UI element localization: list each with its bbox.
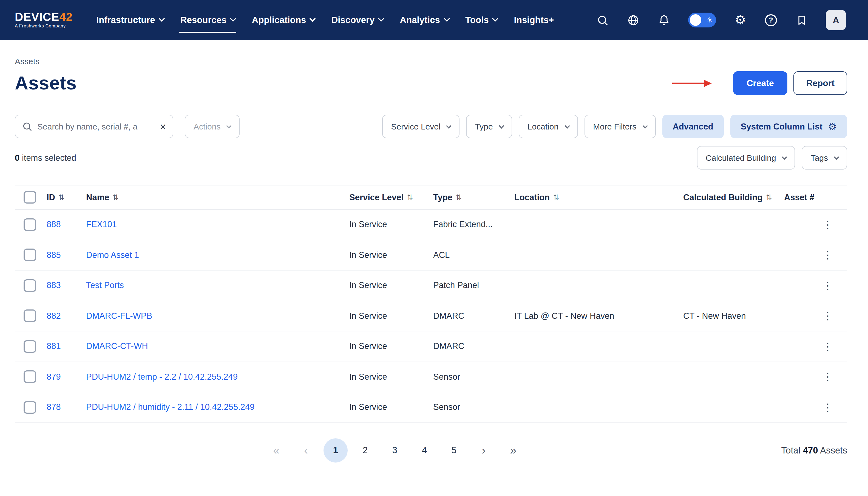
page-button-3[interactable]: 3 (383, 438, 407, 462)
row-name-link[interactable]: DMARC-FL-WPB (86, 311, 152, 321)
chevron-down-icon (226, 123, 232, 128)
previous-page-button[interactable]: ‹ (294, 438, 318, 462)
column-header-location[interactable]: Location ⇅ (514, 192, 683, 202)
nav-item-analytics[interactable]: Analytics (391, 0, 457, 40)
advanced-button[interactable]: Advanced (662, 115, 724, 138)
row-name-link[interactable]: Test Ports (86, 281, 124, 290)
row-kebab-menu-icon[interactable]: ⋮ (820, 401, 835, 414)
row-checkbox[interactable] (23, 340, 36, 353)
row-id-link[interactable]: 879 (47, 372, 61, 381)
column-header-type[interactable]: Type ⇅ (433, 192, 514, 202)
row-kebab-menu-icon[interactable]: ⋮ (820, 279, 835, 292)
row-id-link[interactable]: 882 (47, 311, 61, 321)
search-icon[interactable] (596, 13, 609, 27)
row-id-link[interactable]: 888 (47, 220, 61, 229)
nav-item-label: Tools (465, 15, 489, 25)
nav-item-discovery[interactable]: Discovery (323, 0, 391, 40)
sort-icon[interactable]: ⇅ (407, 193, 413, 201)
select-all-checkbox[interactable] (23, 191, 36, 204)
row-id-link[interactable]: 881 (47, 342, 61, 351)
sort-icon[interactable]: ⇅ (456, 193, 462, 201)
filter-dropdown-tags[interactable]: Tags (802, 146, 847, 170)
nav-item-resources[interactable]: Resources (172, 0, 244, 40)
dropdown-label: Type (475, 122, 493, 131)
breadcrumb[interactable]: Assets (15, 57, 847, 66)
row-checkbox[interactable] (23, 218, 36, 231)
filter-dropdown-more-filters[interactable]: More Filters (584, 115, 656, 138)
nav-item-applications[interactable]: Applications (243, 0, 323, 40)
row-kebab-menu-icon[interactable]: ⋮ (820, 218, 835, 231)
device42-logo[interactable]: DEVICE42 A Freshworks Company (15, 11, 73, 29)
page-button-1[interactable]: 1 (323, 438, 348, 462)
first-page-button[interactable]: « (264, 438, 288, 462)
chevron-down-icon (499, 123, 504, 128)
search-input[interactable] (37, 122, 155, 131)
settings-gear-icon[interactable]: ⚙ (734, 13, 747, 27)
row-checkbox[interactable] (23, 249, 36, 261)
row-name-link[interactable]: PDU-HUM2 / humidity - 2.11 / 10.42.255.2… (86, 402, 255, 412)
chevron-down-icon (159, 16, 165, 22)
chevron-down-icon (230, 16, 236, 22)
dropdown-label: More Filters (593, 122, 636, 131)
table-row: 883 Test Ports In Service Patch Panel ⋮ (15, 270, 847, 301)
actions-dropdown[interactable]: Actions (185, 115, 240, 138)
row-checkbox[interactable] (23, 279, 36, 292)
column-header-calculated-building[interactable]: Calculated Building ⇅ (683, 192, 784, 202)
row-id-link[interactable]: 883 (47, 281, 61, 290)
row-kebab-menu-icon[interactable]: ⋮ (820, 310, 835, 322)
filter-dropdown-calculated-building[interactable]: Calculated Building (697, 146, 795, 170)
bookmark-icon[interactable] (795, 13, 808, 27)
last-page-button[interactable]: » (501, 438, 525, 462)
column-label: Name (86, 192, 109, 202)
sort-icon[interactable]: ⇅ (59, 193, 64, 201)
dropdown-label: Service Level (391, 122, 440, 131)
help-icon[interactable]: ? (765, 13, 777, 27)
clear-search-icon[interactable]: × (160, 121, 166, 132)
notifications-bell-icon[interactable] (657, 13, 671, 27)
system-column-list-button[interactable]: System Column List ⚙ (730, 115, 847, 138)
sort-icon[interactable]: ⇅ (766, 193, 772, 201)
search-box[interactable]: × (15, 115, 173, 138)
page-button-2[interactable]: 2 (353, 438, 377, 462)
dropdown-label: Location (528, 122, 559, 131)
column-header-name[interactable]: Name ⇅ (86, 192, 349, 202)
nav-item-infrastructure[interactable]: Infrastructure (88, 0, 172, 40)
report-button[interactable]: Report (794, 71, 847, 95)
row-kebab-menu-icon[interactable]: ⋮ (820, 371, 835, 383)
sort-icon[interactable]: ⇅ (112, 193, 118, 201)
filter-dropdown-location[interactable]: Location (519, 115, 578, 138)
page-button-4[interactable]: 4 (412, 438, 436, 462)
column-header-asset[interactable]: Asset # (784, 192, 820, 202)
row-name-link[interactable]: Demo Asset 1 (86, 250, 139, 260)
nav-item-label: Analytics (400, 15, 440, 25)
row-name-link[interactable]: DMARC-CT-WH (86, 342, 148, 351)
chevron-down-icon (309, 16, 316, 22)
filter-dropdown-service-level[interactable]: Service Level (383, 115, 460, 138)
row-type: DMARC (433, 342, 514, 352)
row-kebab-menu-icon[interactable]: ⋮ (820, 340, 835, 353)
next-page-button[interactable]: › (471, 438, 496, 462)
row-checkbox[interactable] (23, 310, 36, 322)
row-checkbox-cell (15, 401, 47, 414)
globe-icon[interactable] (627, 13, 640, 27)
nav-item-tools[interactable]: Tools (457, 0, 506, 40)
row-checkbox[interactable] (23, 371, 36, 383)
row-kebab-menu-icon[interactable]: ⋮ (820, 249, 835, 261)
create-button[interactable]: Create (733, 71, 788, 95)
user-avatar[interactable]: A (826, 10, 846, 30)
column-header-id[interactable]: ID ⇅ (47, 192, 86, 202)
row-name-link[interactable]: FEX101 (86, 220, 117, 229)
row-id-link[interactable]: 878 (47, 402, 61, 412)
sort-icon[interactable]: ⇅ (553, 193, 559, 201)
page-button-5[interactable]: 5 (442, 438, 466, 462)
row-id-link[interactable]: 885 (47, 250, 61, 260)
nav-item-insights[interactable]: Insights+ (506, 0, 562, 40)
theme-toggle[interactable]: ☀ (688, 13, 716, 28)
column-header-service-level[interactable]: Service Level ⇅ (349, 192, 433, 202)
row-name-link[interactable]: PDU-HUM2 / temp - 2.2 / 10.42.255.249 (86, 372, 238, 381)
filter-dropdown-type[interactable]: Type (466, 115, 512, 138)
row-checkbox-cell (15, 371, 47, 383)
row-checkbox[interactable] (23, 401, 36, 414)
row-type: DMARC (433, 311, 514, 321)
chevron-down-icon (564, 123, 570, 128)
